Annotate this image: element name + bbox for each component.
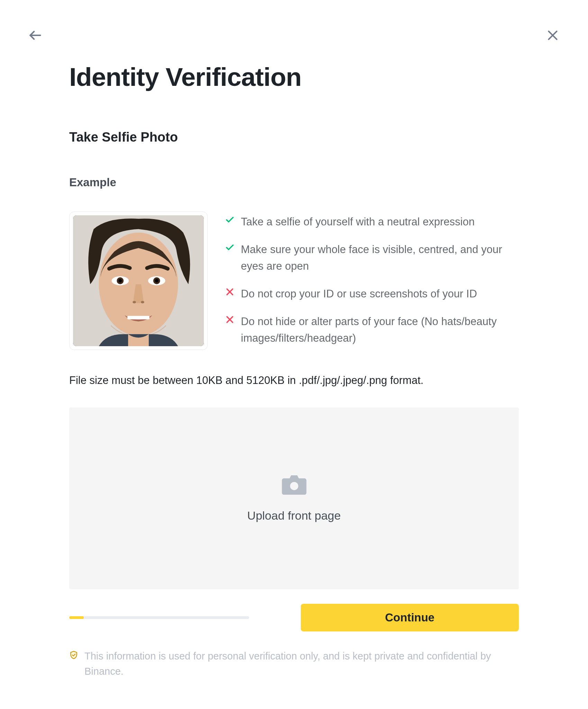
continue-button[interactable]: Continue (301, 604, 519, 631)
guideline-text: Do not crop your ID or use screenshots o… (241, 286, 477, 302)
guideline-item: Make sure your whole face is visible, ce… (225, 241, 519, 275)
x-icon (225, 315, 235, 324)
close-button[interactable] (545, 28, 560, 43)
progress-fill (69, 616, 84, 619)
svg-point-7 (118, 279, 122, 282)
upload-dropzone[interactable]: Upload front page (69, 407, 519, 589)
guidelines-list: Take a selfie of yourself with a neutral… (225, 212, 519, 350)
svg-point-12 (141, 301, 144, 303)
x-icon (225, 287, 235, 297)
page-title: Identity Verification (69, 62, 519, 92)
file-requirements-note: File size must be between 10KB and 5120K… (69, 374, 519, 387)
svg-rect-13 (127, 316, 150, 319)
svg-point-11 (133, 301, 136, 303)
section-title: Take Selfie Photo (69, 130, 519, 145)
arrow-left-icon (28, 28, 43, 43)
progress-bar (69, 616, 249, 619)
guideline-item: Take a selfie of yourself with a neutral… (225, 214, 519, 230)
svg-point-10 (155, 279, 159, 282)
close-icon (546, 28, 560, 42)
guideline-text: Make sure your whole face is visible, ce… (241, 241, 519, 275)
guideline-item: Do not crop your ID or use screenshots o… (225, 286, 519, 302)
check-icon (225, 215, 235, 225)
face-illustration (73, 215, 204, 346)
check-icon (225, 243, 235, 252)
camera-icon (282, 474, 307, 496)
guideline-text: Do not hide or alter parts of your face … (241, 313, 519, 347)
back-button[interactable] (28, 28, 43, 43)
example-label: Example (69, 176, 519, 189)
svg-point-18 (290, 482, 298, 490)
guideline-text: Take a selfie of yourself with a neutral… (241, 214, 474, 230)
guideline-item: Do not hide or alter parts of your face … (225, 313, 519, 347)
disclaimer-text: This information is used for personal ve… (84, 649, 519, 679)
shield-check-icon (69, 650, 78, 659)
example-selfie-photo (69, 212, 208, 350)
upload-label: Upload front page (247, 509, 341, 522)
